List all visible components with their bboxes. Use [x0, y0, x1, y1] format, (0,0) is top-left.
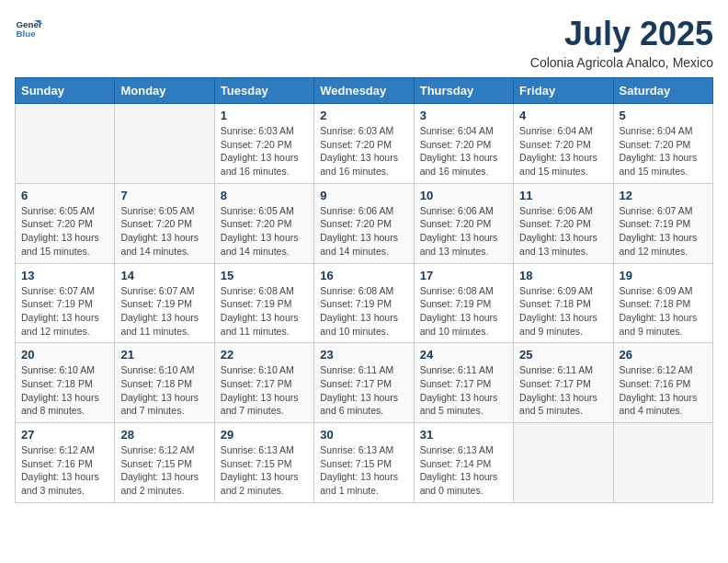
day-number: 11: [519, 189, 607, 202]
day-info: Sunrise: 6:03 AMSunset: 7:20 PMDaylight:…: [320, 124, 407, 178]
calendar-cell: 4Sunrise: 6:04 AMSunset: 7:20 PMDaylight…: [514, 104, 613, 184]
day-header-monday: Monday: [115, 78, 214, 104]
calendar-cell: 10Sunrise: 6:06 AMSunset: 7:20 PMDayligh…: [414, 183, 513, 263]
calendar-cell: 16Sunrise: 6:08 AMSunset: 7:19 PMDayligh…: [314, 263, 414, 343]
calendar-cell: 14Sunrise: 6:07 AMSunset: 7:19 PMDayligh…: [115, 263, 214, 343]
day-info: Sunrise: 6:06 AMSunset: 7:20 PMDaylight:…: [320, 204, 407, 259]
day-number: 3: [420, 109, 507, 122]
day-info: Sunrise: 6:06 AMSunset: 7:20 PMDaylight:…: [420, 204, 507, 259]
day-number: 1: [221, 109, 308, 122]
day-info: Sunrise: 6:07 AMSunset: 7:19 PMDaylight:…: [120, 284, 208, 339]
calendar-cell: 18Sunrise: 6:09 AMSunset: 7:18 PMDayligh…: [514, 263, 613, 343]
day-info: Sunrise: 6:11 AMSunset: 7:17 PMDaylight:…: [320, 363, 407, 418]
day-header-saturday: Saturday: [613, 78, 712, 104]
day-number: 5: [620, 109, 707, 122]
page-header: General Blue July 2025 Colonia Agricola …: [15, 15, 713, 70]
day-header-wednesday: Wednesday: [314, 78, 414, 104]
location-subtitle: Colonia Agricola Analco, Mexico: [530, 55, 713, 70]
calendar-cell: [613, 423, 712, 503]
calendar-cell: [514, 423, 613, 503]
day-info: Sunrise: 6:08 AMSunset: 7:19 PMDaylight:…: [420, 284, 507, 339]
day-info: Sunrise: 6:04 AMSunset: 7:20 PMDaylight:…: [620, 124, 707, 178]
calendar-cell: 29Sunrise: 6:13 AMSunset: 7:15 PMDayligh…: [214, 423, 313, 503]
day-info: Sunrise: 6:13 AMSunset: 7:14 PMDaylight:…: [420, 443, 507, 498]
day-info: Sunrise: 6:12 AMSunset: 7:15 PMDaylight:…: [120, 443, 208, 498]
day-info: Sunrise: 6:08 AMSunset: 7:19 PMDaylight:…: [320, 284, 407, 339]
title-block: July 2025 Colonia Agricola Analco, Mexic…: [530, 15, 713, 70]
day-number: 4: [519, 109, 607, 122]
day-number: 6: [21, 189, 108, 202]
day-number: 12: [620, 189, 707, 202]
calendar-cell: 12Sunrise: 6:07 AMSunset: 7:19 PMDayligh…: [613, 183, 712, 263]
day-number: 16: [320, 269, 407, 282]
day-info: Sunrise: 6:10 AMSunset: 7:18 PMDaylight:…: [120, 363, 208, 418]
calendar-cell: 8Sunrise: 6:05 AMSunset: 7:20 PMDaylight…: [214, 183, 313, 263]
calendar-cell: 9Sunrise: 6:06 AMSunset: 7:20 PMDaylight…: [314, 183, 414, 263]
day-number: 28: [120, 428, 208, 442]
day-info: Sunrise: 6:12 AMSunset: 7:16 PMDaylight:…: [21, 443, 108, 498]
calendar-cell: 25Sunrise: 6:11 AMSunset: 7:17 PMDayligh…: [514, 343, 613, 423]
day-number: 7: [120, 189, 208, 202]
day-number: 2: [320, 109, 407, 122]
day-number: 8: [221, 189, 308, 202]
day-number: 20: [21, 348, 108, 362]
calendar-cell: 7Sunrise: 6:05 AMSunset: 7:20 PMDaylight…: [115, 183, 214, 263]
calendar-cell: 24Sunrise: 6:11 AMSunset: 7:17 PMDayligh…: [414, 343, 513, 423]
day-number: 14: [120, 269, 208, 282]
day-number: 30: [320, 428, 407, 442]
day-number: 18: [519, 269, 607, 282]
day-number: 23: [320, 348, 407, 362]
day-number: 10: [420, 189, 507, 202]
day-number: 15: [221, 269, 308, 282]
day-info: Sunrise: 6:13 AMSunset: 7:15 PMDaylight:…: [221, 443, 308, 498]
calendar-header-row: SundayMondayTuesdayWednesdayThursdayFrid…: [16, 78, 713, 104]
calendar-cell: 20Sunrise: 6:10 AMSunset: 7:18 PMDayligh…: [16, 343, 115, 423]
calendar-cell: 3Sunrise: 6:04 AMSunset: 7:20 PMDaylight…: [414, 104, 513, 184]
calendar-cell: 11Sunrise: 6:06 AMSunset: 7:20 PMDayligh…: [514, 183, 613, 263]
day-info: Sunrise: 6:06 AMSunset: 7:20 PMDaylight:…: [519, 204, 607, 259]
day-info: Sunrise: 6:11 AMSunset: 7:17 PMDaylight:…: [420, 363, 507, 418]
calendar-cell: 2Sunrise: 6:03 AMSunset: 7:20 PMDaylight…: [314, 104, 414, 184]
day-header-sunday: Sunday: [16, 78, 115, 104]
day-number: 9: [320, 189, 407, 202]
day-info: Sunrise: 6:10 AMSunset: 7:17 PMDaylight:…: [221, 363, 308, 418]
calendar-cell: 27Sunrise: 6:12 AMSunset: 7:16 PMDayligh…: [16, 423, 115, 503]
calendar-week-3: 13Sunrise: 6:07 AMSunset: 7:19 PMDayligh…: [16, 263, 713, 343]
calendar-week-2: 6Sunrise: 6:05 AMSunset: 7:20 PMDaylight…: [16, 183, 713, 263]
calendar-cell: 21Sunrise: 6:10 AMSunset: 7:18 PMDayligh…: [115, 343, 214, 423]
calendar-table: SundayMondayTuesdayWednesdayThursdayFrid…: [15, 77, 713, 503]
day-info: Sunrise: 6:05 AMSunset: 7:20 PMDaylight:…: [221, 204, 308, 259]
day-info: Sunrise: 6:09 AMSunset: 7:18 PMDaylight:…: [519, 284, 607, 339]
logo: General Blue: [15, 15, 42, 42]
day-header-thursday: Thursday: [414, 78, 513, 104]
calendar-cell: 6Sunrise: 6:05 AMSunset: 7:20 PMDaylight…: [16, 183, 115, 263]
calendar-cell: 1Sunrise: 6:03 AMSunset: 7:20 PMDaylight…: [214, 104, 313, 184]
day-info: Sunrise: 6:08 AMSunset: 7:19 PMDaylight:…: [221, 284, 308, 339]
day-info: Sunrise: 6:12 AMSunset: 7:16 PMDaylight:…: [620, 363, 707, 418]
calendar-cell: 28Sunrise: 6:12 AMSunset: 7:15 PMDayligh…: [115, 423, 214, 503]
day-info: Sunrise: 6:09 AMSunset: 7:18 PMDaylight:…: [620, 284, 707, 339]
day-number: 26: [620, 348, 707, 362]
day-number: 21: [120, 348, 208, 362]
logo-icon: General Blue: [15, 15, 42, 42]
svg-text:Blue: Blue: [17, 29, 37, 39]
calendar-week-5: 27Sunrise: 6:12 AMSunset: 7:16 PMDayligh…: [16, 423, 713, 503]
day-info: Sunrise: 6:11 AMSunset: 7:17 PMDaylight:…: [519, 363, 607, 418]
calendar-cell: 22Sunrise: 6:10 AMSunset: 7:17 PMDayligh…: [214, 343, 313, 423]
day-info: Sunrise: 6:05 AMSunset: 7:20 PMDaylight:…: [120, 204, 208, 259]
calendar-week-4: 20Sunrise: 6:10 AMSunset: 7:18 PMDayligh…: [16, 343, 713, 423]
month-title: July 2025: [530, 15, 713, 53]
day-number: 13: [21, 269, 108, 282]
calendar-cell: 23Sunrise: 6:11 AMSunset: 7:17 PMDayligh…: [314, 343, 414, 423]
day-info: Sunrise: 6:03 AMSunset: 7:20 PMDaylight:…: [221, 124, 308, 178]
day-header-friday: Friday: [514, 78, 613, 104]
day-info: Sunrise: 6:04 AMSunset: 7:20 PMDaylight:…: [420, 124, 507, 178]
day-number: 25: [519, 348, 607, 362]
day-header-tuesday: Tuesday: [214, 78, 313, 104]
calendar-cell: 17Sunrise: 6:08 AMSunset: 7:19 PMDayligh…: [414, 263, 513, 343]
day-info: Sunrise: 6:04 AMSunset: 7:20 PMDaylight:…: [519, 124, 607, 178]
calendar-cell: 13Sunrise: 6:07 AMSunset: 7:19 PMDayligh…: [16, 263, 115, 343]
calendar-cell: 31Sunrise: 6:13 AMSunset: 7:14 PMDayligh…: [414, 423, 513, 503]
day-info: Sunrise: 6:07 AMSunset: 7:19 PMDaylight:…: [620, 204, 707, 259]
day-number: 22: [221, 348, 308, 362]
